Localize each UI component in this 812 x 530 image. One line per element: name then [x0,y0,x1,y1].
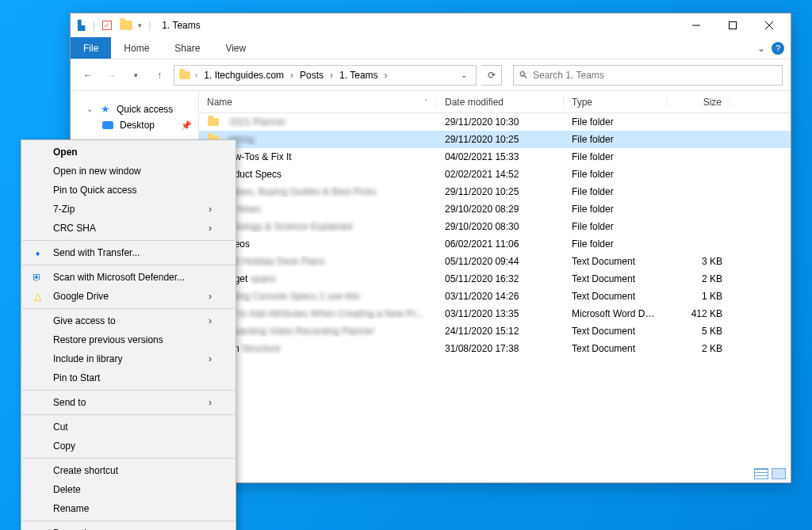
cell-type: File folder [564,151,667,162]
file-row[interactable]: Hiring29/11/2020 10:25File folder [199,131,791,148]
cell-date: 29/11/2020 10:30 [437,116,564,128]
back-button[interactable]: ← [79,66,98,85]
breadcrumb-2[interactable]: Posts [297,70,327,81]
nav-quick-access[interactable]: ⌄ ★ Quick access [71,101,198,117]
separator [22,520,235,521]
tab-home[interactable]: Home [111,37,162,59]
cell-date: 24/11/2020 15:12 [437,326,564,337]
column-name[interactable]: Name ˄ [199,97,437,108]
cell-date: 31/08/2020 17:38 [437,343,564,354]
forward-button[interactable]: → [102,66,121,85]
nav-desktop[interactable]: Desktop 📌 [71,117,198,133]
chevron-right-icon[interactable]: › [330,70,333,81]
view-details-icon[interactable] [754,468,768,479]
ctx-7zip[interactable]: 7-Zip› [21,200,236,219]
ctx-restore-versions[interactable]: Restore previous versions [21,330,236,349]
file-row[interactable]: im Structure31/08/2020 17:38Text Documen… [199,340,791,357]
ctx-pin-start[interactable]: Pin to Start [21,368,236,387]
address-dropdown-icon[interactable]: ⌄ [455,71,473,79]
breadcrumb-1[interactable]: 1. Itechguides.com [201,70,287,81]
ctx-google-drive[interactable]: △Google Drive› [21,287,236,306]
ctx-pin-quick-access[interactable]: Pin to Quick access [21,181,236,200]
shield-icon: ⛨ [31,271,44,284]
view-large-icon[interactable] [772,468,786,479]
google-drive-icon: △ [31,290,44,303]
file-row[interactable]: 2021 Planner29/11/2020 10:30File folder [199,113,791,131]
tab-file[interactable]: File [71,37,111,59]
chevron-right-icon[interactable]: › [290,70,293,81]
title-bar: ▙ | ✓ ▾ | 1. Teams [71,13,791,37]
column-headers: Name ˄ Date modified Type Size [199,91,791,113]
ctx-open-new-window[interactable]: Open in new window [21,162,236,181]
file-row[interactable]: dget spans05/11/2020 16:32Text Document2… [199,270,791,288]
column-date[interactable]: Date modified [437,97,564,108]
chevron-left-icon[interactable]: ‹ [195,71,197,79]
cell-type: File folder [564,221,667,232]
search-input[interactable] [533,70,777,81]
breadcrumb-3[interactable]: 1. Teams [336,70,381,81]
cell-date: 02/02/2021 14:52 [437,169,564,180]
address-bar[interactable]: ‹ 1. Itechguides.com › Posts › 1. Teams … [174,65,477,86]
close-button[interactable] [751,13,787,37]
refresh-button[interactable]: ⟳ [481,65,502,86]
cell-type: Text Document [564,273,667,284]
file-row[interactable]: oduct Specs02/02/2021 14:52File folder [199,166,791,183]
ctx-label: Include in library [53,353,122,364]
column-type[interactable]: Type [564,97,667,108]
tab-view[interactable]: View [213,37,259,59]
minimize-button[interactable] [678,13,714,37]
separator [22,414,235,415]
separator [22,458,235,459]
cell-name: hnology & Science Explained [221,221,437,232]
cell-name: w to Add Attributes When Creating a New … [221,308,437,319]
ctx-give-access[interactable]: Give access to› [21,311,236,330]
ctx-send-transfer[interactable]: ⬧Send with Transfer... [21,243,236,262]
recent-locations-icon[interactable]: ▾ [126,66,145,85]
desktop-icon [102,121,113,129]
tab-share[interactable]: Share [162,37,213,59]
file-row[interactable]: ming Console Specs 2 use this03/11/2020 … [199,288,791,305]
context-menu: Open Open in new window Pin to Quick acc… [21,139,236,530]
cell-date: 06/02/2021 11:06 [437,238,564,250]
ctx-delete[interactable]: Delete [21,480,236,499]
ctx-defender[interactable]: ⛨Scan with Microsoft Defender... [21,268,236,287]
ctx-open[interactable]: Open [21,143,236,162]
file-list: Name ˄ Date modified Type Size 2021 Plan… [199,91,791,482]
file-row[interactable]: views, Buying Guides & Best Picks29/11/2… [199,183,791,200]
cell-name: 20 Holiday Desk Plans [221,256,437,267]
chevron-down-icon[interactable]: ⌄ [86,105,94,113]
file-row[interactable]: 20 Holiday Desk Plans05/11/2020 09:44Tex… [199,253,791,270]
cell-name: oduct Specs [221,169,437,180]
chevron-right-icon[interactable]: › [385,70,388,81]
ctx-rename[interactable]: Rename [21,499,236,518]
ctx-send-to[interactable]: Send to› [21,393,236,412]
qat-dropdown-icon[interactable]: ▾ [138,21,142,29]
file-row[interactable]: w to Add Attributes When Creating a New … [199,305,791,322]
cell-type: Text Document [564,256,667,267]
file-row[interactable]: ow-Tos & Fix It04/02/2021 15:33File fold… [199,148,791,166]
ctx-copy[interactable]: Copy [21,437,236,456]
cell-name: Hiring [221,134,437,145]
up-button[interactable]: ↑ [150,66,169,85]
search-box[interactable]: 🔍︎ [513,65,783,86]
ribbon-expand-icon[interactable]: ⌄ [757,43,765,54]
file-row[interactable]: h News29/10/2020 08:29File folder [199,200,791,218]
ctx-crc-sha[interactable]: CRC SHA› [21,219,236,238]
file-row[interactable]: hnology & Science Explained29/10/2020 08… [199,218,791,235]
maximize-button[interactable] [714,13,751,37]
ctx-label: Send to [53,397,86,408]
file-row[interactable]: boarding Video Recording Planner24/11/20… [199,322,791,340]
ctx-create-shortcut[interactable]: Create shortcut [21,461,236,480]
dropbox-icon: ⬧ [31,246,44,259]
help-icon[interactable]: ? [772,42,784,55]
cell-size: 2 KB [667,343,730,354]
cell-type: Text Document [564,291,667,302]
ribbon: File Home Share View ⌄ ? [71,37,791,59]
ctx-properties[interactable]: Properties [21,524,236,530]
column-size[interactable]: Size [667,97,730,108]
qat-properties-icon[interactable]: ✓ [100,18,114,32]
ctx-include-library[interactable]: Include in library› [21,349,236,368]
window-title: 1. Teams [162,20,200,31]
ctx-cut[interactable]: Cut [21,418,236,437]
file-row[interactable]: deos06/02/2021 11:06File folder [199,235,791,253]
